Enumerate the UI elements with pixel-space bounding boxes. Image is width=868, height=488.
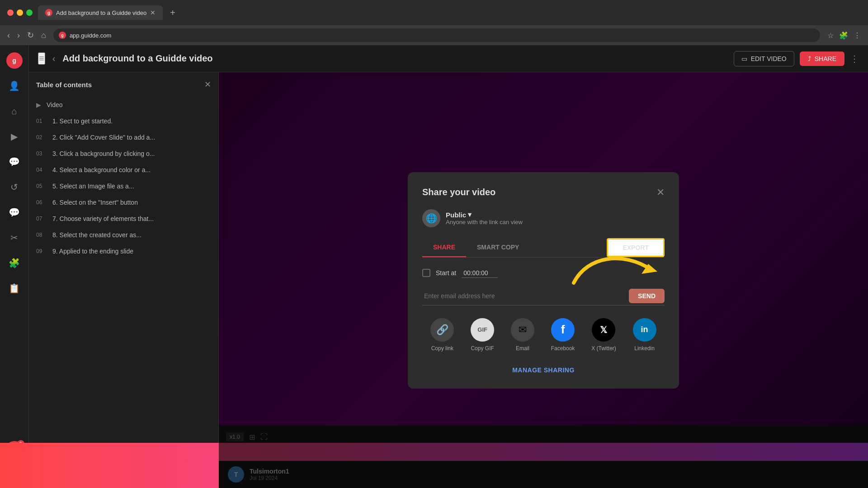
share-email[interactable]: ✉ Email [511,318,534,352]
close-traffic-light[interactable] [7,9,14,16]
toc-item-7[interactable]: 07 7. Choose variety of elements that... [29,211,218,227]
tab-share[interactable]: SHARE [422,238,466,257]
browser-tab[interactable]: g Add background to a Guidde video ✕ [38,5,163,20]
toc-item-label: 5. Select an Image file as a... [52,183,134,190]
sidebar-item-add-user[interactable]: 👤 [6,78,23,94]
copy-link-icon: 🔗 [430,318,454,342]
toc-item-label: 4. Select a background color or a... [52,166,151,174]
sidebar-item-clipboard[interactable]: 📋 [6,280,23,296]
top-bar: ≡ ‹ Add background to a Guidde video ▭ E… [29,45,868,72]
email-input[interactable] [422,289,625,303]
toc-item-2[interactable]: 02 2. Click "Add Cover Slide" to add a..… [29,129,218,145]
twitter-label: X (Twitter) [591,345,616,352]
toc-item-label: Video [47,101,63,108]
share-copy-gif[interactable]: GIF Copy GIF [471,318,494,352]
toc-item-9[interactable]: 09 9. Applied to the ending slide [29,243,218,259]
home-nav-btn[interactable]: ⌂ [41,31,46,40]
toc-item-8[interactable]: 08 8. Select the created cover as... [29,227,218,243]
back-nav-btn[interactable]: ‹ [7,31,10,40]
main-content: ≡ ‹ Add background to a Guidde video ▭ E… [29,45,868,488]
app-wrapper: g 👤 ⌂ ▶ 💬 ↺ 💬 ✂ 🧩 📋 g 2 👤 ≡ ‹ Add backgr… [0,45,868,488]
toc-item-4[interactable]: 04 4. Select a background color or a... [29,162,218,178]
share-copy-link[interactable]: 🔗 Copy link [430,318,454,352]
email-share-label: Email [516,345,529,352]
share-btn[interactable]: ⤴ SHARE [800,52,844,66]
sidebar-item-home[interactable]: ⌂ [6,103,23,119]
menu-icon[interactable]: ⋮ [854,31,861,40]
toc-item-label: 1. Sect to get started. [52,117,113,125]
privacy-sublabel: Anyone with the link can view [446,219,523,225]
privacy-label[interactable]: Public ▾ [446,211,523,219]
bookmark-icon[interactable]: ☆ [827,31,834,40]
modal-tabs: SHARE SMART COPY EXPORT [422,238,665,258]
minimize-traffic-light[interactable] [17,9,23,16]
sidebar-item-chat[interactable]: 💬 [6,204,23,221]
back-btn[interactable]: ‹ [52,53,56,64]
privacy-row: 🌐 Public ▾ Anyone with the link can view [422,209,665,227]
share-facebook[interactable]: f Facebook [551,318,575,352]
tab-export[interactable]: EXPORT [607,238,665,257]
modal-header: Share your video ✕ [422,187,665,198]
tab-smart-copy[interactable]: SMART COPY [466,238,530,257]
traffic-lights [7,9,33,16]
linkedin-icon: in [633,318,656,342]
copy-gif-icon: GIF [471,318,494,342]
maximize-traffic-light[interactable] [26,9,33,16]
toc-item-label: 3. Click a background by clicking o... [52,150,155,157]
toc-item-3[interactable]: 03 3. Click a background by clicking o..… [29,145,218,162]
toc-panel: Table of contents ✕ ▶ Video 01 1. Sect t… [29,72,219,488]
toc-item-video[interactable]: ▶ Video [29,97,218,113]
edit-video-label: EDIT VIDEO [751,55,787,62]
manage-sharing-link[interactable]: MANAGE SHARING [512,366,575,374]
sidebar-item-puzzle[interactable]: 🧩 [6,255,23,271]
sidebar-item-videos[interactable]: ▶ [6,128,23,145]
toc-item-label: 9. Applied to the ending slide [52,248,133,255]
modal-title: Share your video [422,187,495,197]
privacy-label-text: Public [446,211,466,219]
content-area: Table of contents ✕ ▶ Video 01 1. Sect t… [29,72,868,488]
start-at-input[interactable] [462,268,498,278]
sidebar-item-tools[interactable]: ✂ [6,230,23,246]
browser-chrome: g Add background to a Guidde video ✕ + [0,0,868,25]
reload-nav-btn[interactable]: ↻ [27,30,34,40]
top-bar-actions: ▭ EDIT VIDEO ⤴ SHARE ⋮ [734,51,859,66]
address-bar-row: ‹ › ↻ ⌂ g app.guidde.com ☆ 🧩 ⋮ [0,25,868,45]
address-favicon: g [59,32,66,39]
share-label: SHARE [815,55,836,62]
modal-close-btn[interactable]: ✕ [656,187,665,198]
tab-close-btn[interactable]: ✕ [150,9,156,16]
facebook-icon: f [551,318,575,342]
edit-video-btn[interactable]: ▭ EDIT VIDEO [734,51,794,66]
facebook-label: Facebook [551,345,575,352]
share-icons-row: 🔗 Copy link GIF Copy GIF ✉ Email [422,318,665,352]
toc-item-1[interactable]: 01 1. Sect to get started. [29,113,218,129]
start-at-checkbox[interactable] [422,269,430,277]
address-bar[interactable]: g app.guidde.com [53,28,820,42]
share-modal: Share your video ✕ 🌐 Public ▾ [408,172,679,389]
start-at-row: Start at [422,268,665,278]
toc-item-5[interactable]: 05 5. Select an Image file as a... [29,178,218,194]
sidebar-item-refresh[interactable]: ↺ [6,179,23,195]
toc-item-6[interactable]: 06 6. Select on the "Insert" button [29,194,218,211]
sidebar-logo: g [6,52,23,69]
email-row: SEND [422,289,665,305]
share-twitter[interactable]: 𝕏 X (Twitter) [591,318,616,352]
new-tab-btn[interactable]: + [170,8,175,18]
forward-nav-btn[interactable]: › [17,31,20,40]
modal-backdrop: Share your video ✕ 🌐 Public ▾ [219,72,868,488]
toc-title: Table of contents [36,81,92,89]
toc-item-label: 6. Select on the "Insert" button [52,199,138,206]
more-options-btn[interactable]: ⋮ [850,53,859,64]
page-title: Add background to a Guidde video [62,53,212,64]
copy-gif-label: Copy GIF [471,345,494,352]
video-area: guidde. to x1.0 ⊞ ⛶ Share your video ✕ [219,72,868,488]
hamburger-btn[interactable]: ≡ [38,52,45,65]
share-linkedin[interactable]: in Linkedin [633,318,656,352]
play-icon: ▶ [36,101,41,108]
sidebar-item-comments[interactable]: 💬 [6,154,23,170]
toc-close-btn[interactable]: ✕ [204,80,211,89]
send-btn[interactable]: SEND [629,289,665,303]
extensions-icon[interactable]: 🧩 [839,31,848,40]
sidebar: g 👤 ⌂ ▶ 💬 ↺ 💬 ✂ 🧩 📋 g 2 👤 [0,45,29,488]
toc-header: Table of contents ✕ [29,80,218,97]
